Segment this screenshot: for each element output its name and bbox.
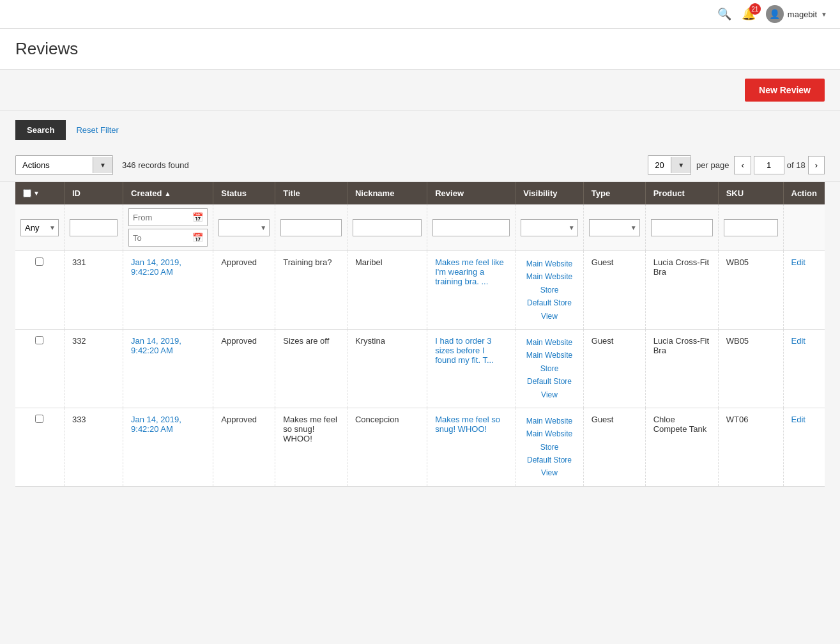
row-action[interactable]: Edit xyxy=(783,251,825,330)
row-title: Training bra? xyxy=(275,251,347,330)
actions-select-wrapper[interactable]: Actions ▼ xyxy=(15,155,113,175)
per-page-label: per page xyxy=(696,160,729,170)
filter-status-select-wrapper[interactable]: ▼ xyxy=(218,219,270,236)
calendar-from-icon[interactable]: 📅 xyxy=(188,209,207,226)
row-nickname: Maribel xyxy=(347,251,427,330)
filter-sku-cell xyxy=(718,204,783,251)
top-bar: 🔍 🔔 21 👤 magebit ▼ xyxy=(0,0,840,29)
select-all-checkbox[interactable] xyxy=(23,189,31,197)
filter-date-from-input[interactable] xyxy=(129,210,188,226)
filter-product-input[interactable] xyxy=(651,219,713,236)
filter-sku-input[interactable] xyxy=(724,219,778,236)
th-sku[interactable]: SKU xyxy=(718,182,783,204)
filter-date-to-input[interactable] xyxy=(129,230,188,246)
th-review[interactable]: Review xyxy=(427,182,515,204)
row-product: Lucia Cross-Fit Bra xyxy=(645,329,718,408)
row-checkbox[interactable] xyxy=(35,257,43,266)
per-page-select[interactable]: 20 xyxy=(648,156,671,174)
edit-link[interactable]: Edit xyxy=(791,257,806,267)
per-page-dropdown-button[interactable]: ▼ xyxy=(671,157,691,173)
filter-type-cell: ▼ xyxy=(583,204,645,251)
row-type: Guest xyxy=(583,408,645,486)
table-header-row: ▼ ID Created ▲ Status Title Nickname Rev… xyxy=(15,182,825,204)
th-product[interactable]: Product xyxy=(645,182,718,204)
filter-nickname-cell xyxy=(347,204,427,251)
table-row: 332 Jan 14, 2019, 9:42:20 AM Approved Si… xyxy=(15,329,825,408)
filter-checkbox-cell: Any ▼ xyxy=(15,204,64,251)
row-status: Approved xyxy=(213,329,275,408)
filter-nickname-input[interactable] xyxy=(353,219,422,236)
filter-status-select[interactable] xyxy=(219,220,257,236)
filter-date-from-wrapper[interactable]: 📅 xyxy=(128,208,208,226)
th-nickname[interactable]: Nickname xyxy=(347,182,427,204)
actions-select[interactable]: Actions xyxy=(16,156,93,174)
edit-link[interactable]: Edit xyxy=(791,415,806,424)
user-menu[interactable]: 👤 magebit ▼ xyxy=(766,5,827,23)
filter-id-input[interactable] xyxy=(70,219,118,236)
calendar-to-icon[interactable]: 📅 xyxy=(188,229,207,246)
row-review: I had to order 3 sizes before I found my… xyxy=(427,329,515,408)
th-visibility[interactable]: Visibility xyxy=(515,182,584,204)
th-status[interactable]: Status xyxy=(213,182,275,204)
status-any-select[interactable]: Any xyxy=(21,220,47,236)
filter-visibility-select-wrapper[interactable]: ▼ xyxy=(521,219,578,236)
filter-type-select-wrapper[interactable]: ▼ xyxy=(589,219,640,236)
row-checkbox-cell[interactable] xyxy=(15,408,64,486)
reset-filter-button[interactable]: Reset Filter xyxy=(76,125,118,135)
th-id[interactable]: ID xyxy=(64,182,123,204)
filter-visibility-select[interactable] xyxy=(521,220,566,236)
th-title[interactable]: Title xyxy=(275,182,347,204)
row-sku: WB05 xyxy=(718,329,783,408)
filter-review-cell xyxy=(427,204,515,251)
row-id: 333 xyxy=(64,408,123,486)
row-title: Sizes are off xyxy=(275,329,347,408)
row-checkbox-cell[interactable] xyxy=(15,329,64,408)
filter-review-input[interactable] xyxy=(432,219,510,236)
row-visibility: Main WebsiteMain Website StoreDefault St… xyxy=(515,329,584,408)
row-type: Guest xyxy=(583,251,645,330)
row-created: Jan 14, 2019, 9:42:20 AM xyxy=(123,329,213,408)
per-page-chevron-icon: ▼ xyxy=(678,162,684,169)
reviews-table: ▼ ID Created ▲ Status Title Nickname Rev… xyxy=(15,182,825,487)
current-page-input[interactable] xyxy=(754,156,784,174)
per-page-select-wrapper[interactable]: 20 ▼ xyxy=(648,155,691,175)
user-name: magebit xyxy=(788,10,817,19)
search-button[interactable]: Search xyxy=(15,120,66,140)
row-action[interactable]: Edit xyxy=(783,408,825,486)
row-type: Guest xyxy=(583,329,645,408)
row-sku: WT06 xyxy=(718,408,783,486)
visibility-filter-chevron-icon: ▼ xyxy=(566,221,577,234)
edit-link[interactable]: Edit xyxy=(791,336,806,346)
row-checkbox-cell[interactable] xyxy=(15,251,64,330)
filter-row: Any ▼ 📅 xyxy=(15,204,825,251)
filter-date-to-wrapper[interactable]: 📅 xyxy=(128,229,208,247)
prev-page-button[interactable]: ‹ xyxy=(734,156,751,174)
filter-status-cell: ▼ xyxy=(213,204,275,251)
filter-created-cell: 📅 📅 xyxy=(123,204,213,251)
any-dropdown-icon: ▼ xyxy=(47,221,58,234)
next-page-button[interactable]: › xyxy=(808,156,825,174)
row-checkbox[interactable] xyxy=(35,415,43,423)
row-product: Chloe Compete Tank xyxy=(645,408,718,486)
page-total: of 18 xyxy=(787,160,806,170)
notification-wrapper[interactable]: 🔔 21 xyxy=(742,7,756,21)
row-created: Jan 14, 2019, 9:42:20 AM xyxy=(123,251,213,330)
row-action[interactable]: Edit xyxy=(783,329,825,408)
new-review-button[interactable]: New Review xyxy=(745,79,825,102)
filter-type-select[interactable] xyxy=(590,220,628,236)
row-checkbox[interactable] xyxy=(35,336,43,344)
th-created[interactable]: Created ▲ xyxy=(123,182,213,204)
th-checkbox[interactable]: ▼ xyxy=(15,182,64,204)
th-type[interactable]: Type xyxy=(583,182,645,204)
row-product: Lucia Cross-Fit Bra xyxy=(645,251,718,330)
search-icon[interactable]: 🔍 xyxy=(717,7,731,21)
row-nickname: Krystina xyxy=(347,329,427,408)
filter-title-input[interactable] xyxy=(280,219,342,236)
toolbar-left: Actions ▼ 346 records found xyxy=(15,155,189,175)
status-any-filter[interactable]: Any ▼ xyxy=(20,219,59,236)
page-actions-bar: New Review xyxy=(0,70,840,111)
select-all-chevron-icon[interactable]: ▼ xyxy=(33,190,40,197)
actions-dropdown-button[interactable]: ▼ xyxy=(93,157,112,173)
records-count: 346 records found xyxy=(122,160,189,170)
th-action[interactable]: Action xyxy=(783,182,825,204)
